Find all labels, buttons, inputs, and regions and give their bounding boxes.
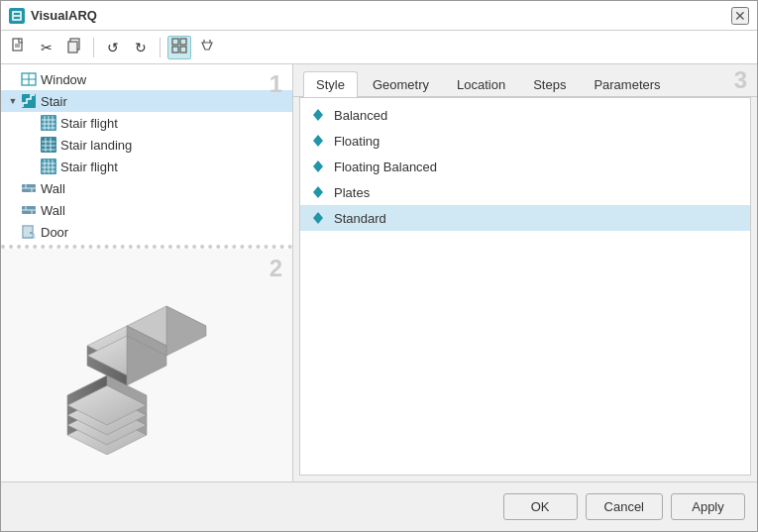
panel-number-2: 2 — [270, 255, 282, 282]
style-icon-standard — [310, 210, 326, 226]
wall-icon-2 — [21, 202, 37, 218]
style-icon-floating-balanced — [310, 159, 326, 174]
svg-rect-7 — [68, 42, 77, 53]
tree-item-door[interactable]: Door — [1, 221, 292, 243]
title-bar-left: VisualARQ — [9, 8, 97, 24]
svg-rect-11 — [180, 47, 186, 53]
view-icon — [171, 38, 187, 56]
tree-item-window-label: Window — [41, 72, 86, 87]
svg-marker-63 — [166, 306, 206, 356]
window-icon — [21, 71, 37, 87]
stair-landing-icon — [41, 137, 56, 153]
tree-item-stair-landing[interactable]: Stair landing — [1, 134, 292, 156]
sl-expand — [27, 139, 39, 151]
stair-preview-svg — [48, 276, 246, 455]
svg-rect-10 — [172, 47, 178, 53]
preview-panel: 2 — [1, 249, 292, 481]
tree-item-window[interactable]: Window — [1, 68, 292, 90]
toolbar: ✂ ↺ ↻ — [1, 31, 757, 64]
tree-item-wall-1[interactable]: Wall — [1, 177, 292, 199]
redo-icon: ↻ — [135, 40, 147, 55]
style-icon-balanced — [310, 107, 326, 123]
stair-expand-arrow: ▼ — [7, 95, 19, 107]
tree-item-stair[interactable]: ▼ Stair — [1, 90, 292, 112]
style-item-balanced[interactable]: Balanced — [300, 102, 750, 128]
style-label-standard: Standard — [334, 211, 386, 226]
stair-flight-icon-2 — [41, 159, 56, 174]
sf2-expand — [27, 160, 39, 172]
tab-style[interactable]: Style — [303, 71, 358, 97]
w1-expand — [7, 182, 19, 194]
apply-button[interactable]: Apply — [671, 493, 745, 520]
style-label-plates: Plates — [334, 185, 370, 200]
tab-content-style: Balanced Floating — [299, 97, 751, 476]
svg-rect-25 — [41, 137, 56, 153]
redo-button[interactable]: ↻ — [129, 36, 153, 59]
right-panel: Style Geometry Location Steps Parameters… — [293, 64, 757, 481]
tab-steps[interactable]: Steps — [520, 71, 579, 97]
style-icon-floating — [310, 133, 326, 149]
tree-item-door-label: Door — [41, 225, 68, 240]
svg-marker-72 — [313, 160, 323, 172]
tab-location[interactable]: Location — [444, 71, 518, 97]
tab-parameters[interactable]: Parameters — [581, 71, 673, 97]
extra-button[interactable] — [195, 36, 219, 59]
svg-marker-70 — [313, 109, 323, 121]
style-label-floating: Floating — [334, 134, 379, 149]
tree-item-wall-2[interactable]: Wall — [1, 199, 292, 221]
close-button[interactable]: ✕ — [731, 7, 749, 25]
footer: OK Cancel Apply — [1, 481, 757, 531]
copy-icon — [66, 38, 82, 56]
cut-button[interactable]: ✂ — [35, 36, 58, 59]
style-label-balanced: Balanced — [334, 108, 387, 123]
style-item-standard[interactable]: Standard — [300, 205, 750, 231]
copy-button[interactable] — [62, 36, 86, 59]
window-expand-arrow — [7, 73, 19, 85]
extra-icon — [199, 38, 215, 56]
door-expand — [7, 226, 19, 238]
undo-button[interactable]: ↺ — [101, 36, 125, 59]
undo-icon: ↺ — [107, 40, 119, 55]
tree-item-stair-flight-2-label: Stair flight — [60, 160, 118, 174]
tree-item-stair-flight-1[interactable]: Stair flight — [1, 112, 292, 134]
tree-item-stair-landing-label: Stair landing — [60, 138, 132, 153]
toolbar-sep-1 — [93, 38, 94, 57]
svg-marker-73 — [313, 186, 323, 198]
main-window: VisualARQ ✕ ✂ — [0, 0, 758, 532]
app-icon — [9, 8, 25, 24]
tree-panel: 1 Window — [1, 64, 292, 249]
svg-rect-1 — [14, 13, 20, 15]
style-item-plates[interactable]: Plates — [300, 179, 750, 205]
panel-number-3: 3 — [734, 66, 747, 94]
svg-rect-17 — [22, 94, 36, 108]
new-button[interactable] — [7, 36, 31, 59]
tree-item-stair-flight-2[interactable]: Stair flight — [1, 156, 292, 177]
tree-item-stair-flight-1-label: Stair flight — [60, 116, 118, 131]
svg-rect-0 — [12, 11, 22, 21]
stair-icon — [21, 93, 37, 109]
tree-item-stair-label: Stair — [41, 94, 67, 109]
stair-flight-icon-1 — [41, 115, 56, 131]
cancel-button[interactable]: Cancel — [586, 493, 663, 520]
svg-rect-8 — [172, 39, 178, 45]
toolbar-sep-2 — [160, 38, 161, 57]
svg-marker-74 — [313, 212, 323, 224]
w2-expand — [7, 204, 19, 216]
tab-geometry[interactable]: Geometry — [360, 71, 442, 97]
svg-rect-9 — [180, 39, 186, 45]
left-panel: 1 Window — [1, 64, 293, 481]
style-icon-plates — [310, 184, 326, 200]
view-button[interactable] — [167, 36, 191, 59]
ok-button[interactable]: OK — [503, 493, 578, 520]
style-label-floating-balanced: Floating Balanced — [334, 160, 437, 174]
tree-item-wall-1-label: Wall — [41, 181, 65, 196]
title-bar: VisualARQ ✕ — [1, 1, 757, 31]
svg-marker-71 — [313, 135, 323, 147]
tree-item-wall-2-label: Wall — [41, 203, 65, 218]
tabs-bar: Style Geometry Location Steps Parameters… — [293, 64, 757, 97]
door-icon — [21, 224, 37, 240]
style-item-floating[interactable]: Floating — [300, 128, 750, 154]
svg-rect-2 — [14, 17, 20, 19]
style-item-floating-balanced[interactable]: Floating Balanced — [300, 154, 750, 179]
style-list: Balanced Floating — [300, 98, 750, 235]
